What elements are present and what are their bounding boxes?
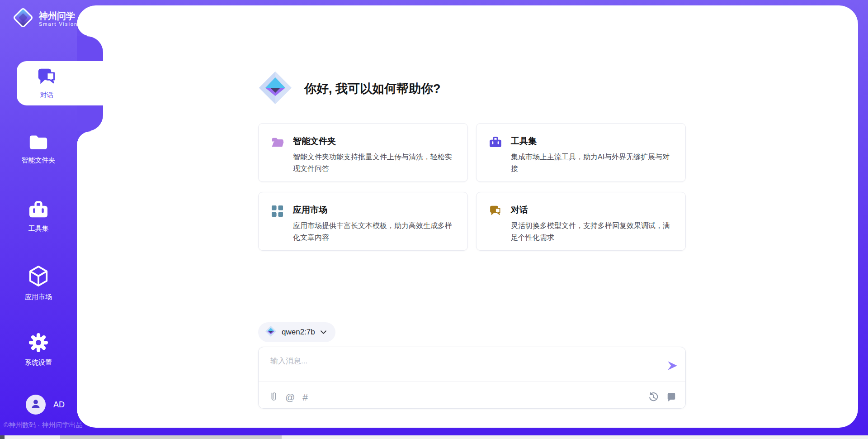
at-icon[interactable]: @ xyxy=(285,392,295,402)
sidebar-item-label: 智能文件夹 xyxy=(22,156,56,165)
user-account[interactable]: AD xyxy=(26,395,65,415)
gem-logo-icon xyxy=(258,71,292,107)
sidebar-item-chat[interactable]: 对话 xyxy=(17,61,107,105)
greeting-text: 你好, 我可以如何帮助你? xyxy=(304,81,441,97)
sidebar-item-label: 对话 xyxy=(40,91,54,100)
sidebar-item-smart-folder[interactable]: 智能文件夹 xyxy=(0,134,77,165)
person-icon xyxy=(30,398,42,411)
app-title: 神州问学 xyxy=(39,11,78,21)
card-description: 智能文件夹功能支持批量文件上传与清洗，轻松实现文件问答 xyxy=(293,151,455,174)
card-title: 工具集 xyxy=(511,135,673,147)
sidebar-item-label: 系统设置 xyxy=(25,358,52,367)
sidebar-item-settings[interactable]: 系统设置 xyxy=(0,333,77,367)
briefcase-icon xyxy=(489,135,502,170)
horizontal-scrollbar[interactable] xyxy=(0,435,868,439)
hash-icon[interactable]: # xyxy=(302,392,308,402)
sidebar-item-toolset[interactable]: 工具集 xyxy=(0,200,77,233)
card-chat[interactable]: 对话 灵活切换多模型文件，支持多样回复效果调试，满足个性化需求 xyxy=(476,192,686,251)
composer-toolbar: @ # xyxy=(269,391,676,402)
card-toolset[interactable]: 工具集 集成市场上主流工具，助力AI与外界无缝扩展与对接 xyxy=(476,123,686,182)
copyright-footer: ©神州数码 · 神州问学出品 xyxy=(4,421,82,429)
chat-icon xyxy=(37,67,57,88)
folder-icon xyxy=(29,134,48,152)
tab-fillet-bottom xyxy=(77,131,90,145)
feature-cards: 智能文件夹 智能文件夹功能支持批量文件上传与清洗，轻松实现文件问答 工具集 集成… xyxy=(258,123,686,251)
paperclip-icon[interactable] xyxy=(269,391,278,402)
diamond-logo-icon xyxy=(13,7,33,30)
sidebar-item-label: 工具集 xyxy=(28,224,49,233)
scrollbar-thumb[interactable] xyxy=(60,435,282,439)
card-description: 灵活切换多模型文件，支持多样回复效果调试，满足个性化需求 xyxy=(511,220,673,243)
message-composer: @ # xyxy=(258,347,686,409)
folder-open-icon xyxy=(271,135,284,170)
diamond-logo-icon xyxy=(265,325,277,339)
message-input[interactable] xyxy=(269,355,660,379)
user-label: AD xyxy=(53,400,65,410)
card-title: 对话 xyxy=(511,204,673,216)
card-description: 应用市场提供丰富长文本模板，助力高效生成多样化文章内容 xyxy=(293,220,455,243)
content-column: 你好, 我可以如何帮助你? 智能文件夹 智能文件夹功能支持批量文件上传与清洗，轻… xyxy=(258,5,686,409)
card-app-market[interactable]: 应用市场 应用市场提供丰富长文本模板，助力高效生成多样化文章内容 xyxy=(258,192,468,251)
history-icon[interactable] xyxy=(648,392,659,402)
card-description: 集成市场上主流工具，助力AI与外界无缝扩展与对接 xyxy=(511,151,673,174)
chat-square-icon[interactable] xyxy=(666,392,676,402)
tab-fillet-top xyxy=(77,23,90,36)
card-title: 应用市场 xyxy=(293,204,455,216)
grid-icon xyxy=(271,204,284,239)
cube-icon xyxy=(28,265,49,289)
card-smart-folder[interactable]: 智能文件夹 智能文件夹功能支持批量文件上传与清洗，轻松实现文件问答 xyxy=(258,123,468,182)
scrollbar-corner xyxy=(0,435,5,439)
chevron-down-icon xyxy=(320,328,327,336)
card-title: 智能文件夹 xyxy=(293,135,455,147)
sidebar-item-label: 应用市场 xyxy=(25,293,52,301)
sidebar-item-app-market[interactable]: 应用市场 xyxy=(0,265,77,301)
gear-icon xyxy=(28,333,48,354)
chat-icon xyxy=(489,204,502,239)
composer-divider xyxy=(259,382,685,382)
model-selector[interactable]: qwen2:7b xyxy=(258,322,335,342)
avatar xyxy=(26,395,46,415)
send-button[interactable] xyxy=(666,360,678,372)
greeting-row: 你好, 我可以如何帮助你? xyxy=(258,71,686,107)
app-subtitle: Smart Vision xyxy=(39,21,78,27)
briefcase-icon xyxy=(28,200,48,220)
send-icon xyxy=(666,366,678,373)
model-name: qwen2:7b xyxy=(282,328,315,337)
app-logo: 神州问学 Smart Vision xyxy=(13,7,78,30)
